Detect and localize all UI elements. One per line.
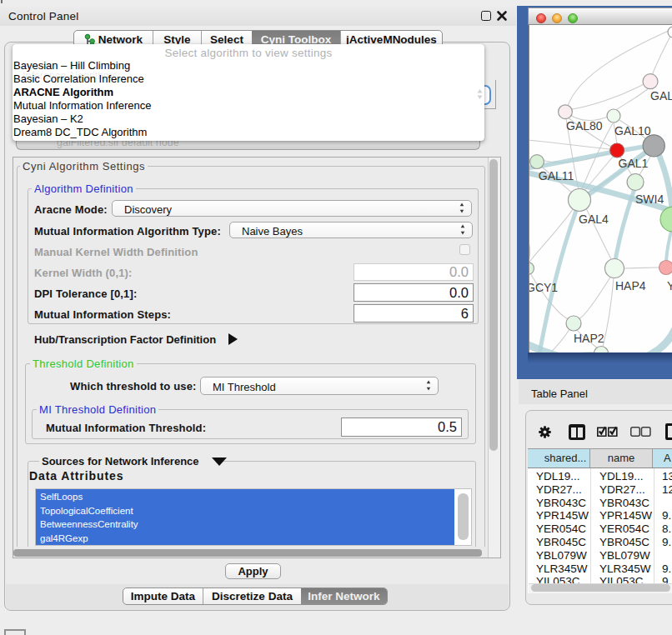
- svg-text:GAL10: GAL10: [614, 124, 651, 138]
- svg-text:YE: YE: [667, 279, 672, 292]
- svg-text:GAL4: GAL4: [579, 212, 609, 226]
- svg-text:HAP2: HAP2: [574, 332, 604, 345]
- svg-text:GCY1: GCY1: [529, 281, 558, 294]
- svg-text:SWI4: SWI4: [635, 192, 664, 206]
- svg-text:GAL11: GAL11: [539, 169, 574, 182]
- svg-text:HAP4: HAP4: [615, 279, 646, 292]
- svg-text:GAL1: GAL1: [619, 157, 649, 170]
- svg-text:GAL80: GAL80: [566, 119, 603, 132]
- svg-text:GAL7: GAL7: [650, 89, 672, 102]
